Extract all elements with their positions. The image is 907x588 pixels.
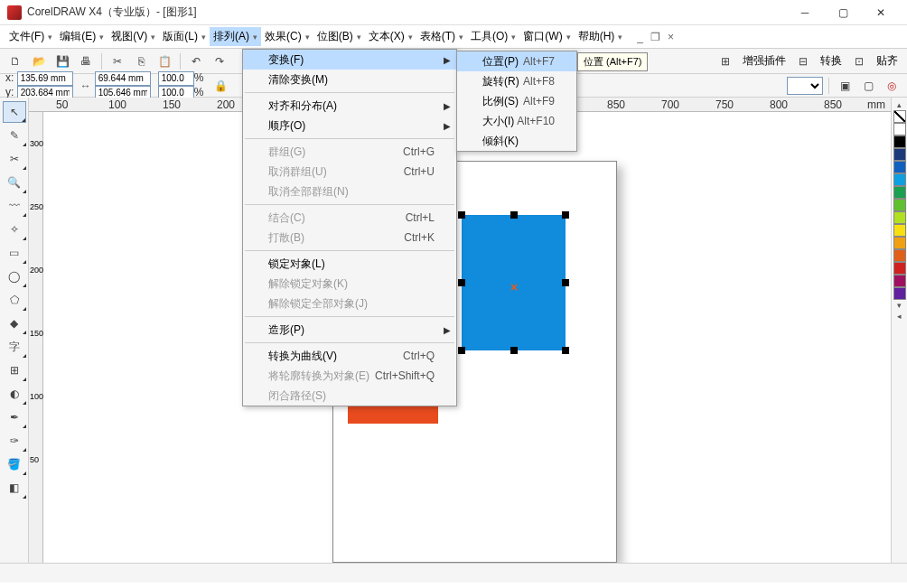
palette-flyout-icon[interactable]: ◂ [897,311,902,322]
ellipse-tool[interactable]: ◯ [3,266,26,287]
dd-item[interactable]: 清除变换(M) [243,70,456,89]
copy-icon[interactable]: ⎘ [131,51,151,71]
swatch[interactable] [893,249,906,262]
lock-icon[interactable]: 🔒 [210,76,230,96]
handle-e[interactable] [562,279,569,286]
basic-shapes-tool[interactable]: ◆ [3,313,26,334]
save-icon[interactable]: 💾 [52,51,72,71]
swatch[interactable] [893,287,906,300]
swatch[interactable] [893,211,906,224]
dd-item[interactable]: 大小(I)Alt+F10 [457,111,576,131]
dd-item[interactable]: 顺序(O)▶ [243,116,456,135]
dd-item[interactable]: 变换(F)▶ [243,50,456,70]
text-tool[interactable]: 字 [3,336,26,358]
fill-tool[interactable]: 🪣 [3,453,26,475]
dd-item[interactable]: 旋转(R)Alt+F8 [457,71,576,91]
interactive-fill-tool[interactable]: ◧ [3,477,26,499]
menu-file[interactable]: 文件(F)▾ [5,27,56,46]
polygon-tool[interactable]: ⬠ [3,289,26,311]
dd-item[interactable]: 造形(P)▶ [243,320,456,340]
open-icon[interactable]: 📂 [29,51,49,71]
menu-table[interactable]: 表格(T)▾ [416,27,467,46]
swatch[interactable] [893,135,906,148]
close-button[interactable]: ✕ [862,0,900,24]
handle-sw[interactable] [458,347,465,354]
handle-ne[interactable] [562,211,569,219]
menu-text[interactable]: 文本(X)▾ [365,27,416,46]
mdi-restore-icon[interactable]: ❐ [650,31,660,43]
swatch[interactable] [893,173,906,186]
handle-w[interactable] [458,279,465,286]
crop-tool[interactable]: ✂ [3,148,26,170]
menu-view[interactable]: 视图(V)▾ [108,27,159,46]
interactive-tool[interactable]: ◐ [3,383,26,405]
maximize-button[interactable]: ▢ [824,0,862,24]
swatch[interactable] [893,161,906,173]
table-tool[interactable]: ⊞ [3,359,26,381]
mdi-minimize-icon[interactable]: _ [637,31,643,43]
swatch[interactable] [893,186,906,199]
convert-icon[interactable]: ⊟ [793,51,813,71]
dd-item[interactable]: 位置(P)Alt+F7 [457,51,576,71]
menu-layout[interactable]: 版面(L)▾ [159,27,210,46]
toolbar-convert-label[interactable]: 转换 [817,53,846,69]
redo-icon[interactable]: ↷ [210,51,229,71]
print-icon[interactable]: 🖶 [76,51,96,71]
swatch[interactable] [893,199,906,211]
toolbar-snap-label[interactable]: 贴齐 [873,53,902,69]
eyedropper-tool[interactable]: ✒ [3,406,26,428]
palette-down-icon[interactable]: ▾ [897,300,902,311]
swatch[interactable] [893,275,906,287]
undo-icon[interactable]: ↶ [186,51,206,71]
to-back-icon[interactable]: ▢ [858,76,878,96]
handle-nw[interactable] [458,211,465,219]
freehand-tool[interactable]: 〰 [3,195,26,217]
target-icon[interactable]: ◎ [882,76,902,96]
swatch-none[interactable] [893,110,906,123]
rectangle-tool[interactable]: ▭ [3,242,26,264]
dd-item[interactable]: 倾斜(K) [457,131,576,151]
swatch[interactable] [893,262,906,275]
menu-bitmap[interactable]: 位图(B)▾ [313,27,365,46]
swatch[interactable] [893,148,906,161]
canvas[interactable]: × [43,112,891,563]
dd-item[interactable]: 比例(S)Alt+F9 [457,91,576,111]
shape-tool[interactable]: ✎ [3,125,26,146]
dd-item[interactable]: 转换为曲线(V)Ctrl+Q [243,346,456,366]
menubar: 文件(F)▾ 编辑(E)▾ 视图(V)▾ 版面(L)▾ 排列(A)▾ 效果(C)… [0,25,907,49]
x-input[interactable] [17,71,73,86]
mdi-close-icon[interactable]: × [668,31,674,43]
window-title: CorelDRAW X4（专业版）- [图形1] [27,5,786,20]
zoom-tool[interactable]: 🔍 [3,172,26,193]
menu-arrange[interactable]: 排列(A)▾ [210,27,261,46]
menu-tools[interactable]: 工具(O)▾ [467,27,519,46]
plugin-icon[interactable]: ⊞ [715,51,735,71]
outline-tool[interactable]: ✑ [3,430,26,452]
statusbar [0,563,907,583]
menu-help[interactable]: 帮助(H)▾ [575,27,627,46]
menu-effects[interactable]: 效果(C)▾ [261,27,313,46]
dd-item[interactable]: 对齐和分布(A)▶ [243,96,456,116]
toolbar-plugin-label[interactable]: 增强插件 [739,53,790,69]
width-input[interactable] [95,71,151,86]
palette-up-icon[interactable]: ▴ [897,99,902,110]
snap-icon[interactable]: ⊡ [849,51,869,71]
new-icon[interactable]: 🗋 [5,51,25,71]
pick-tool[interactable]: ↖ [3,101,26,123]
to-front-icon[interactable]: ▣ [835,76,855,96]
handle-s[interactable] [510,347,518,354]
scalex-input[interactable] [158,71,194,86]
handle-se[interactable] [562,347,569,354]
paste-icon[interactable]: 📋 [154,51,174,71]
combo-generic[interactable] [787,77,823,95]
swatch[interactable] [893,224,906,237]
handle-n[interactable] [510,211,518,219]
swatch[interactable] [893,123,906,135]
minimize-button[interactable]: ─ [786,0,824,24]
dd-item[interactable]: 锁定对象(L) [243,254,456,274]
swatch[interactable] [893,237,906,249]
cut-icon[interactable]: ✂ [108,51,127,71]
smart-tool[interactable]: ✧ [3,219,26,240]
menu-window[interactable]: 窗口(W)▾ [519,27,574,46]
menu-edit[interactable]: 编辑(E)▾ [56,27,108,46]
